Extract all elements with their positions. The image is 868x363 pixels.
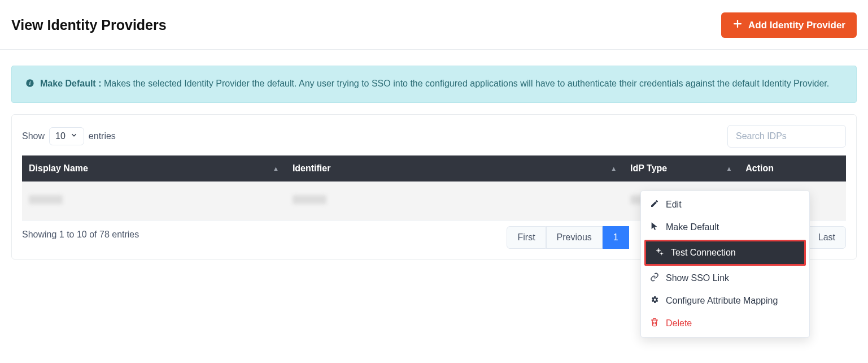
gears-icon bbox=[655, 247, 664, 258]
svg-point-5 bbox=[661, 252, 662, 254]
dropdown-show-sso-link-label: Show SSO Link bbox=[666, 273, 729, 283]
redacted-value bbox=[29, 195, 63, 204]
redacted-value bbox=[293, 195, 326, 204]
add-identity-provider-button[interactable]: Add Identity Provider bbox=[721, 12, 857, 38]
page-title: View Identity Providers bbox=[11, 17, 167, 33]
edit-icon bbox=[650, 199, 659, 210]
dropdown-show-sso-link[interactable]: Show SSO Link bbox=[641, 267, 809, 289]
dropdown-test-connection-label: Test Connection bbox=[671, 248, 736, 258]
entries-selector: Show 10 entries bbox=[22, 127, 116, 145]
cursor-icon bbox=[650, 222, 659, 233]
plus-icon bbox=[732, 19, 743, 32]
svg-text:i: i bbox=[29, 80, 31, 86]
add-button-label: Add Identity Provider bbox=[748, 20, 845, 31]
content-area: i Make Default : Makes the selected Iden… bbox=[0, 50, 868, 271]
sort-icon: ▲ bbox=[610, 165, 617, 172]
dropdown-delete[interactable]: Delete bbox=[641, 312, 809, 335]
table-header-row: Display Name ▲ Identifier ▲ IdP Type ▲ A… bbox=[22, 155, 846, 182]
action-dropdown: Edit Make Default Test Connection Show S… bbox=[640, 191, 810, 338]
page-first-button[interactable]: First bbox=[507, 226, 546, 249]
entries-dropdown[interactable]: 10 bbox=[49, 127, 84, 145]
col-identifier[interactable]: Identifier ▲ bbox=[286, 155, 623, 182]
dropdown-edit[interactable]: Edit bbox=[641, 193, 809, 216]
banner-text: Make Default : Makes the selected Identi… bbox=[40, 76, 829, 92]
sort-icon: ▲ bbox=[726, 165, 732, 172]
show-suffix: entries bbox=[89, 131, 116, 141]
info-banner: i Make Default : Makes the selected Iden… bbox=[11, 66, 857, 103]
dropdown-edit-label: Edit bbox=[666, 200, 682, 210]
dropdown-configure-attr-label: Configure Attribute Mapping bbox=[666, 296, 778, 306]
col-action: Action bbox=[739, 155, 846, 182]
page-header: View Identity Providers Add Identity Pro… bbox=[0, 0, 868, 50]
search-input[interactable] bbox=[727, 125, 846, 148]
banner-bold: Make Default : bbox=[40, 79, 101, 88]
cell-identifier bbox=[286, 182, 623, 221]
dropdown-make-default-label: Make Default bbox=[666, 222, 719, 232]
dropdown-test-connection[interactable]: Test Connection bbox=[644, 240, 806, 266]
info-icon: i bbox=[25, 77, 34, 92]
page-previous-button[interactable]: Previous bbox=[546, 226, 603, 249]
table-controls: Show 10 entries bbox=[22, 125, 846, 148]
col-display-name[interactable]: Display Name ▲ bbox=[22, 155, 286, 182]
dropdown-configure-attr[interactable]: Configure Attribute Mapping bbox=[641, 289, 809, 312]
svg-point-4 bbox=[657, 249, 660, 252]
link-icon bbox=[650, 273, 659, 284]
show-prefix: Show bbox=[22, 131, 45, 141]
dropdown-make-default[interactable]: Make Default bbox=[641, 216, 809, 239]
gear-icon bbox=[650, 295, 659, 306]
page-last-button[interactable]: Last bbox=[808, 226, 846, 249]
trash-icon bbox=[650, 318, 659, 329]
entries-value: 10 bbox=[55, 131, 66, 141]
col-idp-type[interactable]: IdP Type ▲ bbox=[623, 155, 739, 182]
page-1-button[interactable]: 1 bbox=[603, 226, 629, 249]
cell-display-name bbox=[22, 182, 286, 221]
banner-body: Makes the selected Identity Provider the… bbox=[101, 79, 829, 88]
dropdown-delete-label: Delete bbox=[666, 318, 692, 329]
sort-icon: ▲ bbox=[273, 165, 279, 172]
chevron-down-icon bbox=[70, 131, 78, 141]
table-card: Show 10 entries Display Name ▲ bbox=[11, 114, 857, 260]
